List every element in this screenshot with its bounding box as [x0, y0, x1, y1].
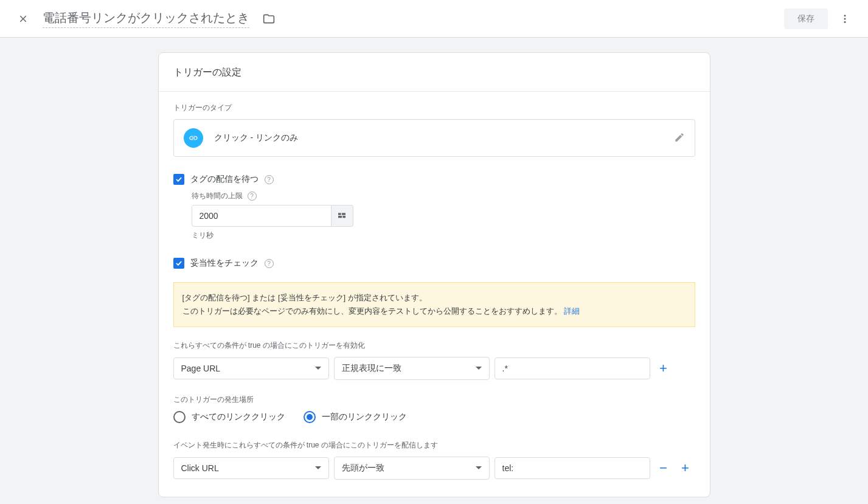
fire-location-label: このトリガーの発生場所	[173, 395, 695, 405]
fire-variable-select[interactable]: Click URL	[173, 457, 329, 479]
remove-condition-button[interactable]: −	[655, 460, 672, 477]
radio-unchecked	[173, 411, 186, 423]
enable-value-input[interactable]	[495, 357, 650, 379]
fire-location-radios: すべてのリンククリック 一部のリンククリック	[173, 411, 695, 423]
fire-some-option[interactable]: 一部のリンククリック	[304, 411, 407, 423]
trigger-type-value: クリック - リンクのみ	[214, 133, 674, 143]
svg-rect-6	[342, 216, 345, 218]
wait-for-tags-checkbox[interactable]	[173, 174, 184, 185]
help-icon[interactable]: ?	[248, 192, 257, 201]
chevron-down-icon	[315, 365, 321, 371]
enable-condition-label: これらすべての条件が true の場合にこのトリガーを有効化	[173, 340, 695, 351]
fire-operator-select[interactable]: 先頭が一致	[334, 457, 490, 480]
svg-rect-4	[342, 213, 345, 215]
svg-point-2	[844, 21, 846, 22]
wait-limit-section: 待ち時間の上限 ? ミリ秒	[192, 191, 695, 241]
enable-operator-select[interactable]: 正規表現に一致	[334, 357, 490, 380]
chevron-down-icon	[476, 465, 482, 471]
folder-button[interactable]	[258, 8, 280, 30]
fire-condition-row: Click URL 先頭が一致 − +	[173, 457, 695, 480]
chevron-down-icon	[315, 465, 321, 471]
wait-for-tags-row: タグの配信を待つ ?	[173, 174, 695, 185]
pencil-icon	[674, 132, 685, 143]
edit-button[interactable]	[674, 132, 685, 145]
more-vert-icon	[839, 13, 850, 24]
warning-text: このトリガーは必要なページでのみ有効にし、変更内容をテストしてから公開することを…	[182, 306, 562, 316]
svg-point-1	[844, 18, 846, 19]
check-validation-checkbox[interactable]	[173, 258, 184, 269]
trigger-type-label: トリガーのタイプ	[173, 103, 695, 113]
close-icon	[18, 13, 29, 24]
more-menu-button[interactable]	[834, 8, 856, 30]
radio-checked	[304, 411, 316, 423]
fire-all-label: すべてのリンククリック	[192, 412, 285, 423]
page-title[interactable]: 電話番号リンクがクリックされたとき	[43, 10, 249, 28]
link-icon	[184, 128, 203, 148]
trigger-config-card: トリガーの設定 トリガーのタイプ クリック - リンクのみ タグの配信を待つ ?	[158, 52, 710, 497]
svg-point-0	[844, 15, 846, 16]
fire-all-option[interactable]: すべてのリンククリック	[173, 411, 285, 423]
card-title: トリガーの設定	[159, 53, 710, 92]
wait-limit-label: 待ち時間の上限 ?	[192, 191, 695, 201]
header: 電話番号リンクがクリックされたとき 保存	[0, 0, 868, 38]
svg-rect-5	[338, 216, 342, 218]
help-icon[interactable]: ?	[265, 259, 274, 268]
save-button[interactable]: 保存	[784, 9, 828, 29]
svg-rect-3	[338, 213, 341, 215]
wait-limit-unit: ミリ秒	[192, 230, 695, 241]
wait-for-tags-label: タグの配信を待つ	[190, 174, 259, 185]
enable-variable-select[interactable]: Page URL	[173, 357, 329, 379]
check-validation-row: 妥当性をチェック ?	[173, 258, 695, 269]
warning-details-link[interactable]: 詳細	[564, 306, 580, 316]
warning-box: [タグの配信を待つ] または [妥当性をチェック] が指定されています。 このト…	[173, 282, 695, 327]
brick-icon	[337, 211, 347, 221]
add-condition-button[interactable]: +	[677, 460, 694, 477]
add-condition-button[interactable]: +	[655, 360, 672, 377]
variable-picker-button[interactable]	[332, 205, 353, 227]
check-validation-label: 妥当性をチェック	[190, 258, 259, 269]
help-icon[interactable]: ?	[265, 175, 274, 184]
content-area: トリガーの設定 トリガーのタイプ クリック - リンクのみ タグの配信を待つ ?	[0, 38, 868, 504]
fire-condition-label: イベント発生時にこれらすべての条件が true の場合にこのトリガーを配信します	[173, 440, 695, 450]
fire-some-label: 一部のリンククリック	[322, 412, 407, 423]
close-button[interactable]	[12, 8, 34, 30]
check-icon	[175, 259, 183, 268]
check-icon	[175, 175, 183, 184]
chevron-down-icon	[476, 365, 482, 371]
folder-icon	[263, 13, 275, 25]
wait-limit-input[interactable]	[192, 205, 332, 227]
warning-heading: [タグの配信を待つ] または [妥当性をチェック] が指定されています。	[182, 293, 427, 302]
enable-condition-row: Page URL 正規表現に一致 +	[173, 357, 695, 380]
fire-value-input[interactable]	[495, 457, 650, 479]
trigger-type-selector[interactable]: クリック - リンクのみ	[173, 119, 695, 157]
